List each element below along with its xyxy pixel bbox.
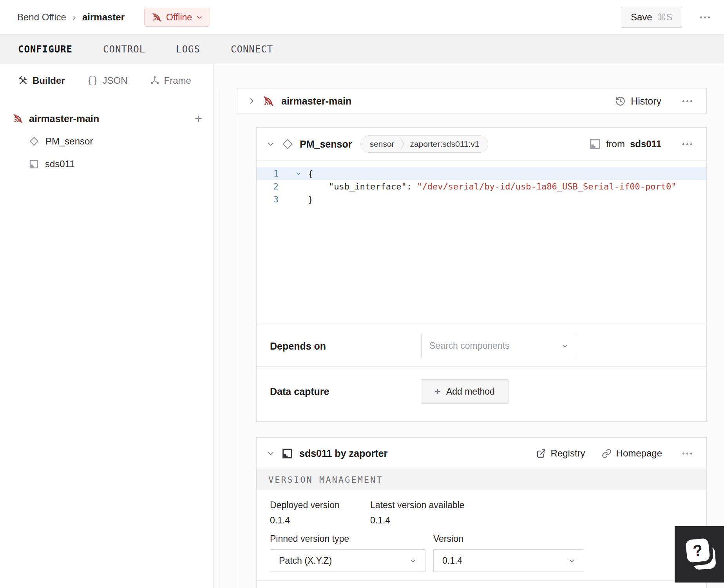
line-number: 2: [257, 182, 279, 191]
from-module-name: sds011: [630, 139, 661, 150]
module-overflow-menu-button[interactable]: [679, 449, 696, 458]
tools-icon: [18, 76, 28, 86]
version-management-title: VERSION MANAGEMENT: [268, 475, 383, 485]
component-model: zaporter:sds011:v1: [405, 139, 488, 149]
mode-builder-label: Builder: [33, 75, 65, 86]
mode-frame[interactable]: Frame: [150, 75, 191, 86]
tree-module-label: sds011: [45, 159, 75, 170]
registry-link[interactable]: Registry: [536, 448, 585, 459]
code-text: "usb_interface": "/dev/serial/by-id/usb-…: [308, 182, 676, 191]
wifi-off-icon: [13, 113, 24, 124]
module-icon: [282, 448, 293, 459]
external-link-icon: [536, 449, 546, 458]
line-number: 3: [257, 195, 279, 204]
component-title: PM_sensor: [300, 139, 352, 150]
collapse-chevron-right-icon[interactable]: [248, 97, 255, 105]
tree-item-part[interactable]: airmaster-main +: [0, 107, 213, 130]
question-mark-icon: ?: [685, 538, 710, 563]
add-method-label: Add method: [446, 386, 495, 397]
component-card-header: PM_sensor sensor zaporter:sds011:v1: [257, 128, 706, 161]
breadcrumb-machine-name: airmaster: [82, 12, 125, 23]
add-component-button[interactable]: +: [195, 112, 202, 125]
depends-on-label: Depends on: [270, 340, 326, 352]
tree-item-module[interactable]: sds011: [0, 153, 213, 175]
view-mode-switcher: Builder {} JSON Frame: [0, 64, 213, 97]
save-label: Save: [631, 12, 652, 23]
code-text: }: [308, 195, 313, 204]
add-method-button[interactable]: + Add method: [421, 379, 509, 404]
topbar-overflow-menu-button[interactable]: [696, 13, 714, 22]
module-title: sds011 by zaporter: [299, 448, 387, 459]
machine-status-dropdown[interactable]: Offline: [144, 8, 210, 27]
code-line: 3 }: [257, 193, 706, 206]
component-overflow-menu-button[interactable]: [679, 139, 696, 149]
tab-configure[interactable]: CONFIGURE: [18, 44, 72, 55]
tab-connect[interactable]: CONNECT: [231, 44, 273, 55]
tab-control[interactable]: CONTROL: [103, 44, 145, 55]
more-icon: [682, 453, 692, 455]
part-group-guide-line: [219, 88, 219, 588]
tree-component-label: PM_sensor: [45, 136, 93, 147]
more-icon: [700, 16, 710, 18]
collapse-chevron-down-icon[interactable]: [267, 449, 275, 457]
machine-config-page: Bend Office › airmaster Offline Save ⌘S: [0, 0, 724, 588]
code-line: 2 "usb_interface": "/dev/serial/by-id/us…: [257, 180, 706, 193]
config-main-panel: airmaster-main History: [214, 64, 724, 588]
data-capture-label: Data capture: [270, 386, 329, 397]
version-value: 0.1.4: [442, 556, 462, 566]
link-icon: [602, 449, 612, 458]
component-type: sensor: [361, 139, 400, 149]
code-string-value: "/dev/serial/by-id/usb-1a86_USB_Serial-i…: [417, 182, 676, 191]
deployed-version-label: Deployed version: [270, 500, 370, 510]
version-management-header: VERSION MANAGEMENT: [257, 469, 706, 490]
wifi-off-icon: [262, 95, 274, 107]
save-button[interactable]: Save ⌘S: [621, 7, 682, 28]
part-title: airmaster-main: [281, 96, 351, 107]
from-prefix: from: [606, 139, 625, 150]
wifi-off-icon: [152, 12, 162, 22]
fold-chevron-icon[interactable]: [279, 171, 306, 177]
module-icon: [589, 138, 601, 150]
version-dropdown[interactable]: 0.1.4: [433, 549, 584, 572]
collapse-chevron-down-icon[interactable]: [267, 140, 275, 148]
mode-builder[interactable]: Builder: [18, 75, 65, 86]
config-sidebar: Builder {} JSON Frame: [0, 64, 214, 588]
registry-label: Registry: [551, 448, 585, 459]
from-module-link[interactable]: from sds011: [589, 138, 661, 150]
more-icon: [682, 143, 692, 145]
attributes-json-editor[interactable]: 1 { 2 "usb_interface": "/dev/serial/by-i…: [257, 161, 706, 325]
component-group-guide-line: [237, 114, 237, 588]
badge-divider: [400, 135, 405, 153]
history-label: History: [631, 96, 661, 107]
pinned-version-type-label: Pinned version type: [270, 534, 425, 544]
component-card: PM_sensor sensor zaporter:sds011:v1: [256, 127, 707, 422]
chevron-down-icon: [561, 343, 568, 349]
mode-json[interactable]: {} JSON: [87, 75, 128, 86]
tab-logs[interactable]: LOGS: [176, 44, 200, 55]
braces-icon: {}: [87, 75, 98, 86]
chevron-right-icon: ›: [72, 12, 76, 23]
tree-part-label: airmaster-main: [29, 113, 99, 124]
homepage-link[interactable]: Homepage: [602, 448, 662, 459]
select-placeholder: Search components: [429, 341, 510, 351]
save-shortcut: ⌘S: [657, 12, 672, 23]
depends-on-select[interactable]: Search components: [421, 334, 576, 358]
pinned-version-type-value: Patch (X.Y.Z): [279, 556, 332, 566]
pinned-version-type-dropdown[interactable]: Patch (X.Y.Z): [270, 549, 425, 572]
code-text: {: [308, 169, 313, 179]
deployed-version-value: 0.1.4: [270, 515, 370, 526]
homepage-label: Homepage: [616, 448, 662, 459]
breadcrumb-location[interactable]: Bend Office: [17, 12, 66, 23]
more-icon: [682, 100, 692, 102]
mode-frame-label: Frame: [164, 75, 191, 86]
chevron-down-icon: [568, 557, 575, 564]
history-button[interactable]: History: [615, 96, 661, 107]
part-overflow-menu-button[interactable]: [679, 96, 696, 106]
help-button[interactable]: ?: [675, 526, 724, 583]
tree-item-component[interactable]: PM_sensor: [0, 130, 213, 153]
diamond-icon: [282, 138, 293, 150]
machine-tree: airmaster-main + PM_sensor sd: [0, 97, 213, 175]
history-icon: [615, 96, 626, 106]
code-line: 1 {: [257, 167, 706, 180]
mode-json-label: JSON: [103, 75, 128, 86]
